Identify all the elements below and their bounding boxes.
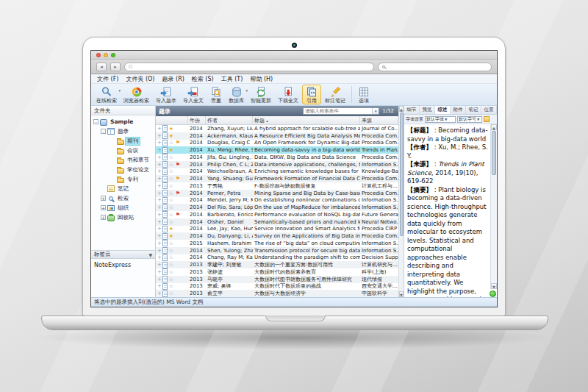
rating-star-icon[interactable] <box>168 140 174 146</box>
rating-star-icon[interactable] <box>168 126 174 132</box>
tree-item[interactable]: 期刊 <box>91 136 155 146</box>
priority-flag-icon[interactable] <box>175 212 181 218</box>
tree-item[interactable]: 笔记 <box>91 184 155 193</box>
menu-item[interactable]: 帮助 (H) <box>246 75 276 83</box>
maximize-window-button[interactable] <box>111 53 115 57</box>
options-button[interactable]: 选项 <box>355 85 373 104</box>
priority-flag-icon[interactable] <box>175 277 181 282</box>
rating-star-icon[interactable] <box>168 291 174 296</box>
row-expander-icon[interactable]: + <box>157 190 162 196</box>
smart-update-button[interactable]: 智能更新 <box>248 85 274 104</box>
rating-star-icon[interactable] <box>168 168 174 174</box>
table-row[interactable]: + 2014 Ackermann, Klaus; A... A Resource… <box>156 132 398 140</box>
priority-flag-icon[interactable] <box>175 190 181 196</box>
rating-star-icon[interactable] <box>168 183 174 189</box>
tree-expander[interactable] <box>110 138 115 143</box>
table-row[interactable]: + 2014 Philip Chen, C L; Zh... Data-inte… <box>156 161 398 168</box>
table-row[interactable]: + 2013 俞立平 大数据与大数据经济学 中国软科学 <box>156 290 398 297</box>
tree-expander[interactable]: + <box>101 196 106 201</box>
import-fulltext-button[interactable]: 导入全文 <box>180 85 207 104</box>
row-expander-icon[interactable]: + <box>157 254 162 260</box>
table-row[interactable]: + 2014 Shen, Yulong; Zhan... Transmissio… <box>156 247 398 254</box>
priority-flag-icon[interactable] <box>175 197 181 203</box>
online-search-button[interactable]: ▾ 在线检索 <box>93 85 120 104</box>
menu-item[interactable]: 检索 (S) <box>188 75 218 83</box>
rating-star-icon[interactable] <box>168 277 174 282</box>
menu-item[interactable]: 题录 (R) <box>158 75 187 83</box>
priority-flag-icon[interactable] <box>175 147 181 153</box>
tree-expander[interactable] <box>110 157 115 163</box>
table-row[interactable]: + 2013 于秀艳 F-数据挖掘与缺损数据修复 计算机工程与... <box>156 182 398 190</box>
table-row[interactable]: + 2014 Lee, Jay; Kao, Hung-... Service I… <box>156 226 398 233</box>
scrollbar-thumb[interactable] <box>492 131 496 175</box>
rating-star-icon[interactable] <box>168 283 174 289</box>
table-row[interactable]: + 2014 Chang, Ray M; Kauf... Understandi… <box>156 254 398 262</box>
font-family-select[interactable]: 默认字体 ▼ <box>425 116 456 123</box>
row-expander-icon[interactable]: + <box>157 226 162 232</box>
tree-item[interactable]: 学位论文 <box>91 165 155 174</box>
row-expander-icon[interactable]: + <box>157 126 162 132</box>
menu-item[interactable]: 工具 (T) <box>218 75 247 83</box>
search-dropdown-caret-icon[interactable]: ▾ <box>372 108 379 114</box>
tag-cloud-header[interactable]: 标签云 ▼ <box>91 250 155 259</box>
priority-flag-icon[interactable] <box>175 183 181 189</box>
forward-button[interactable]: ▸ <box>110 63 121 71</box>
download-fulltext-button[interactable]: 下载全文 <box>275 85 301 104</box>
rating-star-icon[interactable] <box>168 269 174 275</box>
rating-star-icon[interactable] <box>168 162 174 168</box>
browser-capture-button[interactable]: 浏览器检索 <box>121 85 152 104</box>
database-button[interactable]: ▾ 数据库 <box>226 85 247 104</box>
row-expander-icon[interactable]: + <box>157 248 162 254</box>
tree-expander[interactable]: - <box>93 119 98 124</box>
priority-flag-icon[interactable] <box>175 162 181 168</box>
table-row[interactable]: + 2014 Weichselbraun, A; G... Enriching … <box>156 168 398 176</box>
priority-flag-icon[interactable] <box>175 269 181 275</box>
tag-item[interactable]: NoteExpress <box>94 262 131 268</box>
row-expander-icon[interactable]: + <box>157 204 162 210</box>
scroll-down-icon[interactable]: ▼ <box>399 291 404 297</box>
table-row[interactable]: + 2013 李建中; 刘显敏 大数据的一个重要方面:数据可用性 计算机研究与.… <box>156 261 398 268</box>
priority-flag-icon[interactable] <box>175 204 181 210</box>
row-expander-icon[interactable]: + <box>157 176 162 182</box>
tree-expander[interactable]: - <box>101 129 106 134</box>
table-row[interactable]: + 2015 Hashem, Ibrahim Ab... The rise of… <box>156 240 398 247</box>
table-row[interactable]: + 2014 Zhang, Xuyun; Liu, ... A hybrid a… <box>156 125 398 132</box>
table-row[interactable]: + 2014 Barbierato, Enrico; G... Performa… <box>156 211 398 218</box>
records-search-box[interactable]: ▾ <box>303 107 379 115</box>
status-green-button[interactable] <box>490 291 496 297</box>
rating-star-icon[interactable] <box>168 254 174 260</box>
row-expander-icon[interactable]: + <box>157 219 162 225</box>
tree-item[interactable]: 书和章节 <box>91 155 155 165</box>
column-header-author[interactable]: 作者 <box>206 116 253 124</box>
priority-flag-icon[interactable] <box>175 154 181 160</box>
detail-scrollbar[interactable]: ▲ ▼ <box>490 124 497 289</box>
priority-flag-icon[interactable] <box>175 233 181 239</box>
row-expander-icon[interactable]: + <box>157 168 162 174</box>
rating-star-icon[interactable] <box>168 262 174 268</box>
table-row[interactable]: + 2014 Mendel, Jerry M; Ko... On establi… <box>156 197 398 204</box>
browser-search-input[interactable] <box>378 63 492 71</box>
font-style-button[interactable] <box>484 116 490 122</box>
priority-flag-icon[interactable] <box>175 176 181 182</box>
tree-item[interactable]: - Sample <box>91 117 155 126</box>
scrollbar-thumb[interactable] <box>400 113 404 236</box>
rating-star-icon[interactable] <box>168 219 174 225</box>
priority-flag-icon[interactable] <box>175 291 181 296</box>
font-size-select[interactable]: 默认字号 ▼ <box>457 116 482 123</box>
rating-star-icon[interactable] <box>168 133 174 139</box>
rating-star-icon[interactable] <box>168 147 174 153</box>
detail-tab[interactable]: 预览 <box>420 106 435 114</box>
records-search-input[interactable] <box>304 108 372 114</box>
detail-tab[interactable]: 附件 <box>451 106 466 114</box>
detail-tab[interactable]: 综述 <box>435 106 451 114</box>
priority-flag-icon[interactable] <box>175 219 181 225</box>
row-expander-icon[interactable]: + <box>157 154 162 160</box>
menu-item[interactable]: 文件夹 (O) <box>122 75 158 83</box>
detail-tab[interactable]: 位置 <box>481 106 497 114</box>
rating-star-icon[interactable] <box>168 212 174 218</box>
tree-item[interactable]: + 检索 <box>91 193 155 203</box>
row-expander-icon[interactable]: + <box>157 233 162 239</box>
tree-expander[interactable]: + <box>101 205 106 210</box>
rating-star-icon[interactable] <box>168 197 174 203</box>
row-expander-icon[interactable]: + <box>157 269 162 275</box>
